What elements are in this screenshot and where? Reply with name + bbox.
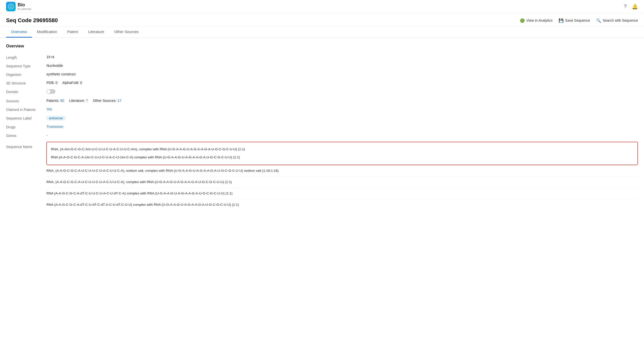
length-label: Length (6, 55, 46, 60)
logo-icon (6, 2, 16, 11)
help-icon: ? (624, 4, 627, 9)
domain-toggle[interactable] (46, 89, 55, 94)
drugs-value: Tivanisiran (46, 125, 638, 129)
seq-name-row: Sequence Name RNA, (A-Am-G-C-G-C-Am-U-C-… (6, 140, 638, 213)
app-byline: by patsnap (18, 7, 31, 10)
seq-name-plain-1: RNA, (A-A-G-C-G-C-A-U-C-U-U-C-U-A-C-U-U-… (46, 177, 638, 188)
organism-value: synthetic construct (46, 72, 638, 76)
claimed-row: Claimed in Patents Yes (6, 105, 638, 114)
tab-overview[interactable]: Overview (6, 26, 32, 38)
seq-name-highlighted-1: RNA (A-A-G-C-G-C-A-Um-C-U-U-C-U-A-C-U-Um… (51, 153, 633, 161)
seq-name-label: Sequence Name (6, 142, 46, 149)
save-icon: 💾 (559, 18, 564, 23)
claimed-label: Claimed in Patents (6, 107, 46, 112)
other-sources-count-link[interactable]: 17 (118, 99, 122, 103)
sources-value: Patents: 60 Literature: 7 Other Sources:… (46, 99, 638, 103)
seq-name-plain-3: RNA (A-A-G-C-G-C-A-dT-C-U-dT-C-dT-A-C-U-… (46, 199, 638, 210)
sources-row: Sources Patents: 60 Literature: 7 Other … (6, 97, 638, 105)
sources-label: Sources (6, 99, 46, 103)
seq-label-value: antisense (46, 116, 638, 121)
organism-label: Organism (6, 72, 46, 77)
bell-icon: 🔔 (632, 4, 638, 9)
view-analytics-label: View in Analytics (526, 18, 553, 22)
logo-area: Bio by patsnap (6, 2, 31, 11)
genes-row: Genes - (6, 131, 638, 140)
seq-code-title: Seq Code 29695580 (6, 17, 58, 24)
seq-name-value: RNA, (A-Am-G-C-G-C-Am-U-C-U-U-C-U-A-C-U-… (46, 142, 638, 211)
literature-label: Literature: (69, 99, 85, 103)
section-title: Overview (6, 44, 638, 48)
search-sequence-label: Search with Sequence (603, 18, 638, 22)
organism-row: Organism synthetic construct (6, 70, 638, 79)
sequence-type-row: Sequence Type Nucleotide (6, 62, 638, 70)
pdb-value: 0 (56, 81, 58, 85)
seq-label-row: Sequence Label antisense (6, 114, 638, 123)
domain-label: Domain (6, 89, 46, 94)
domain-value (46, 89, 638, 95)
length-row: Length 19 nt (6, 53, 638, 62)
save-sequence-label: Save Sequence (565, 18, 590, 22)
logo-text: Bio by patsnap (18, 3, 31, 11)
top-bar: Bio by patsnap ? 🔔 (0, 0, 644, 13)
tabs-bar: Overview Modification Patent Literature … (0, 26, 644, 38)
claimed-yes-link[interactable]: Yes (46, 107, 52, 111)
top-icons: ? 🔔 (624, 4, 638, 10)
patents-count-link[interactable]: 60 (60, 99, 64, 103)
other-sources-label: Other Sources: (93, 99, 116, 103)
notifications-button[interactable]: 🔔 (632, 4, 638, 10)
seq-label-label: Sequence Label (6, 116, 46, 120)
domain-row: Domain (6, 87, 638, 97)
analytics-icon: 🟢 (520, 18, 525, 23)
literature-count-link[interactable]: 7 (86, 99, 88, 103)
drugs-label: Drugs (6, 125, 46, 129)
genes-value: - (46, 133, 638, 137)
genes-label: Genes (6, 133, 46, 138)
drug-link[interactable]: Tivanisiran (46, 125, 63, 129)
claimed-value: Yes (46, 107, 638, 111)
sequence-type-value: Nucleotide (46, 64, 638, 68)
save-sequence-button[interactable]: 💾 Save Sequence (559, 18, 590, 23)
structure-value: PDB: 0 AlphaFold: 0 (46, 81, 638, 85)
overview-content: Overview Length 19 nt Sequence Type Nucl… (0, 38, 644, 219)
tab-patent[interactable]: Patent (62, 26, 83, 38)
patents-label: Patents: (46, 99, 59, 103)
page-header: Seq Code 29695580 🟢 View in Analytics 💾 … (0, 13, 644, 26)
view-analytics-button[interactable]: 🟢 View in Analytics (520, 18, 553, 23)
seq-name-highlighted-0: RNA, (A-Am-G-C-G-C-Am-U-C-U-U-C-U-A-C-U-… (51, 145, 633, 153)
alphafold-value: 0 (80, 81, 82, 85)
antisense-badge: antisense (46, 116, 66, 121)
pdb-label: PDB: (46, 81, 55, 85)
search-sequence-button[interactable]: 🔍 Search with Sequence (596, 18, 638, 23)
sequence-type-label: Sequence Type (6, 64, 46, 68)
seq-name-highlighted-box: RNA, (A-Am-G-C-G-C-Am-U-C-U-U-C-U-A-C-U-… (46, 142, 638, 165)
help-button[interactable]: ? (624, 4, 627, 9)
tab-other-sources[interactable]: Other Sources (109, 26, 144, 38)
svg-point-0 (8, 4, 13, 9)
app-name: Bio (18, 3, 31, 8)
tab-literature[interactable]: Literature (83, 26, 109, 38)
seq-name-plain-2: RNA (A-A-G-C-G-C-A-dT-C-U-U-C-U-A-C-U-dT… (46, 188, 638, 199)
length-value: 19 nt (46, 55, 638, 59)
search-icon: 🔍 (596, 18, 601, 23)
structure-label: 3D Structure (6, 81, 46, 85)
seq-name-plain-0: RNA, (A-A-G-C-G-C-A-U-C-U-U-C-U-A-C-U-U-… (46, 165, 638, 177)
drugs-row: Drugs Tivanisiran (6, 123, 638, 131)
structure-row: 3D Structure PDB: 0 AlphaFold: 0 (6, 79, 638, 87)
header-actions: 🟢 View in Analytics 💾 Save Sequence 🔍 Se… (520, 18, 638, 23)
alphafold-label: AlphaFold: (62, 81, 79, 85)
tab-modification[interactable]: Modification (32, 26, 62, 38)
